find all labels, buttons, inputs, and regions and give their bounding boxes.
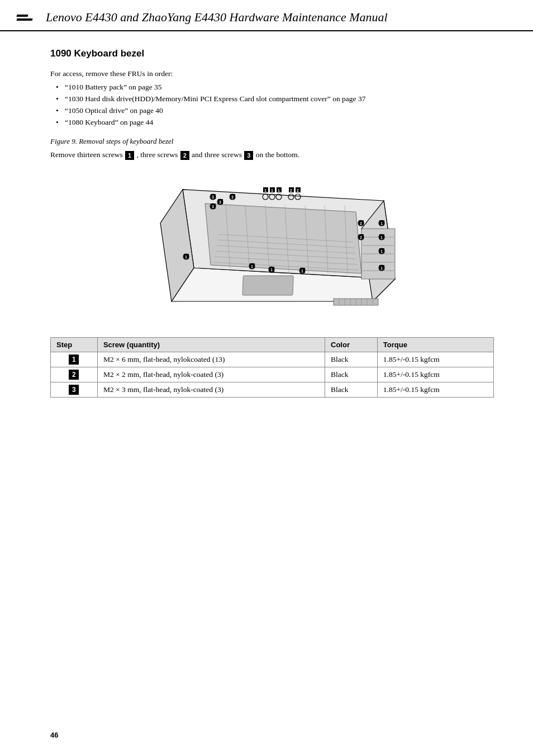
col-header-step: Step xyxy=(51,338,98,352)
page-header: Lenovo E4430 and ZhaoYang E4430 Hardware… xyxy=(0,0,533,31)
step-badge-row-1: 1 xyxy=(69,355,79,365)
step-badge-row-2: 2 xyxy=(69,370,79,380)
prerequisites-list: “1010 Battery pack” on page 35 “1030 Har… xyxy=(56,83,494,127)
screw-desc-1: M2 × 6 mm, flat-head, nylokcoated (13) xyxy=(97,352,325,367)
svg-text:3: 3 xyxy=(212,195,214,199)
svg-text:2: 2 xyxy=(290,188,292,192)
torque-3: 1.85+/-0.15 kgfcm xyxy=(377,382,493,398)
step-badge-1: 1 xyxy=(125,151,134,160)
col-header-color: Color xyxy=(325,338,378,352)
fig-desc-mid1: , three screws xyxy=(136,150,178,159)
list-item: “1080 Keyboard” on page 44 xyxy=(56,118,494,127)
svg-text:1: 1 xyxy=(185,255,187,259)
intro-text: For access, remove these FRUs in order: xyxy=(50,69,494,78)
screw-desc-2: M2 × 2 mm, flat-head, nylok-coated (3) xyxy=(97,367,325,382)
svg-text:1: 1 xyxy=(380,221,383,225)
page-footer: 46 xyxy=(50,731,58,739)
svg-text:1: 1 xyxy=(251,264,253,268)
svg-text:2: 2 xyxy=(360,235,362,239)
figure-description: Remove thirteen screws 1 , three screws … xyxy=(50,149,494,160)
page: Lenovo E4430 and ZhaoYang E4430 Hardware… xyxy=(0,0,533,756)
svg-text:1: 1 xyxy=(278,188,280,192)
svg-text:3: 3 xyxy=(219,200,221,204)
page-number: 46 xyxy=(50,731,58,739)
svg-text:3: 3 xyxy=(231,195,234,199)
logo-stripes xyxy=(17,15,32,21)
fig-desc-mid2: and three screws xyxy=(192,150,242,159)
screw-table: Step Screw (quantity) Color Torque 1 M2 … xyxy=(50,337,494,398)
svg-text:1: 1 xyxy=(264,188,266,192)
keyboard-bezel-diagram: 1 1 1 1 1 1 1 1 xyxy=(138,167,406,324)
step-badge-3: 3 xyxy=(244,151,253,160)
screw-desc-3: M2 × 3 mm, flat-head, nylok-coated (3) xyxy=(97,382,325,398)
step-badge-row-3: 3 xyxy=(69,385,79,395)
header-title: Lenovo E4430 and ZhaoYang E4430 Hardware… xyxy=(46,10,388,25)
figure-caption: Figure 9. Removal steps of keyboard beze… xyxy=(50,137,494,146)
step-cell-3: 3 xyxy=(51,382,98,398)
svg-text:2: 2 xyxy=(297,188,299,192)
table-row: 2 M2 × 2 mm, flat-head, nylok-coated (3)… xyxy=(51,367,494,382)
torque-2: 1.85+/-0.15 kgfcm xyxy=(377,367,493,382)
table-row: 1 M2 × 6 mm, flat-head, nylokcoated (13)… xyxy=(51,352,494,367)
list-item: “1030 Hard disk drive(HDD)/Memory/Mini P… xyxy=(56,94,494,103)
svg-text:1: 1 xyxy=(380,235,383,239)
fig-desc-pre: Remove thirteen screws xyxy=(50,150,123,159)
svg-text:1: 1 xyxy=(301,269,303,273)
fig-desc-post: on the bottom. xyxy=(256,150,299,159)
svg-text:1: 1 xyxy=(380,266,383,270)
svg-text:1: 1 xyxy=(271,188,273,192)
svg-text:1: 1 xyxy=(380,249,383,253)
col-header-screw: Screw (quantity) xyxy=(97,338,325,352)
table-row: 3 M2 × 3 mm, flat-head, nylok-coated (3)… xyxy=(51,382,494,398)
torque-1: 1.85+/-0.15 kgfcm xyxy=(377,352,493,367)
svg-text:3: 3 xyxy=(212,205,214,209)
color-1: Black xyxy=(325,352,378,367)
step-cell-1: 1 xyxy=(51,352,98,367)
logo-stripe-2 xyxy=(16,18,32,21)
main-content: 1090 Keyboard bezel For access, remove t… xyxy=(0,31,533,414)
list-item: “1010 Battery pack” on page 35 xyxy=(56,83,494,92)
table-header-row: Step Screw (quantity) Color Torque xyxy=(51,338,494,352)
logo-stripe-1 xyxy=(16,15,28,17)
color-3: Black xyxy=(325,382,378,398)
list-item: “1050 Optical drive” on page 40 xyxy=(56,106,494,115)
step-cell-2: 2 xyxy=(51,367,98,382)
svg-rect-18 xyxy=(242,276,293,295)
figure-container: 1 1 1 1 1 1 1 1 xyxy=(50,167,494,324)
step-badge-2: 2 xyxy=(180,151,189,160)
section-title: 1090 Keyboard bezel xyxy=(50,48,494,59)
col-header-torque: Torque xyxy=(377,338,493,352)
svg-text:1: 1 xyxy=(270,268,273,272)
color-2: Black xyxy=(325,367,378,382)
logo xyxy=(17,15,38,21)
svg-text:2: 2 xyxy=(360,221,362,225)
